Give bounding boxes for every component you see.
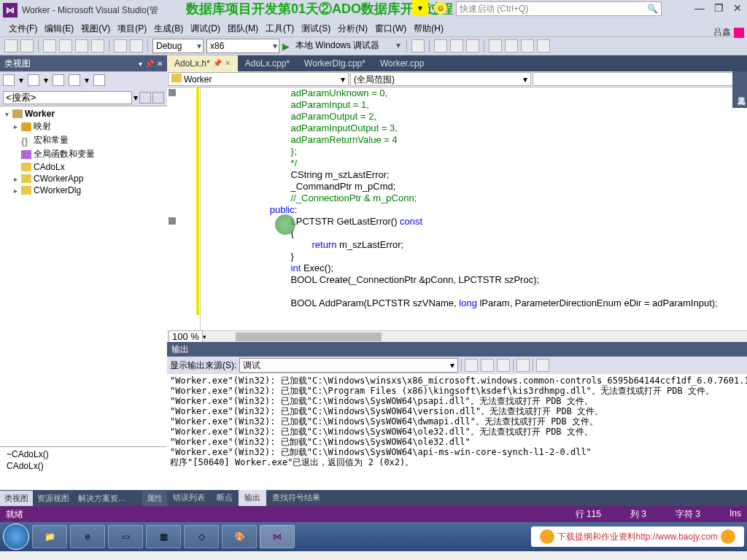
file-tab[interactable]: AdoLx.h*📌✕ [167, 55, 238, 71]
out-ico-3[interactable] [497, 359, 510, 372]
close-button[interactable]: ✕ [731, 2, 744, 15]
tab-breakpoints[interactable]: 断点 [211, 490, 239, 506]
tree-item[interactable]: 全局函数和变量 [34, 148, 95, 160]
left-bottom-tabs: 类视图 资源视图 解决方案资... 属性 [0, 490, 167, 506]
save-button[interactable] [75, 39, 88, 52]
horizontal-scrollbar[interactable]: 100 %▾ [167, 330, 747, 342]
extra-combo[interactable] [533, 72, 747, 86]
outline-toggle-icon[interactable] [169, 89, 176, 96]
menu-编辑(E)[interactable]: 编辑(E) [42, 21, 77, 36]
task-ie[interactable]: e [70, 525, 105, 548]
code-editor[interactable]: adParamUnknown = 0, adParamInput = 1, ad… [167, 88, 747, 342]
search-clear-icon[interactable] [152, 92, 164, 104]
minimize-button[interactable]: — [693, 2, 706, 15]
member-item[interactable]: ~CAdoLx() [7, 449, 49, 459]
task-explorer[interactable]: 📁 [32, 525, 67, 548]
tab-resource-view[interactable]: 资源视图 [33, 491, 74, 506]
new-button[interactable] [43, 39, 56, 52]
menu-生成(B)[interactable]: 生成(B) [151, 21, 186, 36]
open-button[interactable] [59, 39, 72, 52]
tree-item[interactable]: Worker [25, 109, 55, 119]
undo-button[interactable] [114, 39, 127, 52]
proj-icon [12, 109, 23, 118]
config-combo[interactable]: Debug [152, 39, 204, 53]
tb-btn-4[interactable] [466, 39, 479, 52]
tb-btn-1[interactable] [411, 39, 425, 52]
tab-solution-explorer[interactable]: 解决方案资... [74, 491, 129, 506]
tab-output[interactable]: 输出 [239, 490, 266, 506]
save-all-button[interactable] [91, 39, 104, 52]
tab-find-symbol[interactable]: 查找符号结果 [266, 490, 326, 506]
outline-toggle-icon[interactable] [169, 217, 176, 225]
pin-icon[interactable]: 📌 [145, 60, 154, 68]
maximize-button[interactable]: ❐ [712, 2, 725, 15]
tb-btn-6[interactable] [505, 39, 518, 52]
tb-btn-5[interactable] [489, 39, 502, 52]
search-go-icon[interactable] [139, 92, 151, 104]
task-app2[interactable]: ▦ [146, 525, 181, 548]
member-list[interactable]: ~CAdoLx()CAdoLx() [0, 446, 167, 490]
task-app1[interactable]: ▭ [108, 525, 143, 548]
tab-error-list[interactable]: 错误列表 [167, 490, 211, 506]
tree-item[interactable]: 映射 [34, 120, 51, 133]
platform-combo[interactable]: x86 [206, 39, 279, 53]
menu-团队(M)[interactable]: 团队(M) [225, 21, 261, 36]
out-ico-2[interactable] [481, 359, 494, 372]
menu-窗口(W)[interactable]: 窗口(W) [372, 21, 409, 36]
close-panel-icon[interactable]: ✕ [157, 60, 163, 68]
user-name[interactable]: 吕鑫 [713, 26, 731, 39]
menu-视图(V)[interactable]: 视图(V) [78, 21, 113, 36]
tree-item[interactable]: CAdoLx [34, 162, 65, 172]
fwd-icon[interactable] [53, 74, 64, 86]
tree-item[interactable]: 宏和常量 [34, 134, 69, 147]
tb-btn-7[interactable] [521, 39, 534, 52]
file-tab[interactable]: Worker.cpp [373, 55, 431, 71]
output-text[interactable]: "Worker.exe"(Win32): 已加载"C:\Windows\wins… [167, 374, 747, 490]
tree-item[interactable]: CWorkerDlg [34, 185, 81, 195]
class-tree[interactable]: ▾Worker▸映射 {}宏和常量 全局函数和变量 CAdoLx▸CWorker… [0, 106, 167, 446]
file-tab[interactable]: WorkerDlg.cpp* [297, 55, 373, 71]
start-debug-button[interactable]: 本地 Windows 调试器 [293, 39, 402, 53]
class-search-input[interactable] [3, 91, 132, 104]
tb-btn-2[interactable] [434, 39, 447, 52]
menu-文件(F)[interactable]: 文件(F) [6, 21, 40, 36]
member-item[interactable]: CAdoLx() [7, 461, 44, 471]
menu-调试(D)[interactable]: 调试(D) [187, 21, 223, 36]
menu-项目(P)[interactable]: 项目(P) [115, 21, 150, 36]
menu-工具(T)[interactable]: 工具(T) [263, 21, 297, 36]
task-paint[interactable]: 🎨 [222, 525, 257, 548]
output-source-combo[interactable]: 调试 [239, 358, 458, 373]
file-tab[interactable]: AdoLx.cpp* [238, 55, 297, 71]
view-icon[interactable] [93, 74, 105, 86]
scope-combo[interactable]: Worker [168, 72, 349, 86]
menu-测试(S)[interactable]: 测试(S) [298, 21, 333, 36]
tab-properties[interactable]: 属性 [142, 491, 167, 506]
redo-button[interactable] [130, 39, 143, 52]
nav-fwd-button[interactable] [20, 39, 34, 52]
output-bottom-tabs: 错误列表 断点 输出 查找符号结果 [167, 490, 747, 506]
menu-分析(N)[interactable]: 分析(N) [335, 21, 371, 36]
new-folder-icon[interactable] [3, 74, 15, 86]
quick-launch-input[interactable]: 快速启动 (Ctrl+Q)🔍 [456, 1, 662, 16]
footer-banner[interactable]: 下载提纲和作业资料http://www.baojy.com [531, 526, 745, 547]
tab-class-view[interactable]: 类视图 [0, 491, 33, 506]
settings-icon[interactable] [69, 74, 80, 86]
zoom-combo[interactable]: 100 % [169, 330, 203, 342]
task-vs[interactable]: ⋈ [260, 525, 295, 548]
tree-item[interactable]: CWorkerApp [34, 174, 83, 184]
back-icon[interactable] [28, 74, 39, 86]
start-orb-icon[interactable] [3, 524, 29, 550]
nav-back-button[interactable] [4, 39, 18, 52]
task-app3[interactable]: ◇ [184, 525, 219, 548]
menu-帮助(H)[interactable]: 帮助(H) [411, 21, 446, 36]
member-combo[interactable]: (全局范围) [350, 72, 531, 86]
out-wrap-icon[interactable] [536, 359, 549, 372]
toolbox-tab[interactable]: 工具箱 [732, 71, 747, 108]
tb-btn-8[interactable] [537, 39, 550, 52]
out-clear-icon[interactable] [516, 359, 530, 372]
user-color-icon[interactable] [734, 28, 744, 38]
out-ico-1[interactable] [465, 359, 478, 372]
feedback-smile-icon[interactable]: ☺ [434, 1, 447, 15]
panel-menu-icon[interactable]: ▾ [139, 60, 142, 68]
tb-btn-3[interactable] [450, 39, 463, 52]
